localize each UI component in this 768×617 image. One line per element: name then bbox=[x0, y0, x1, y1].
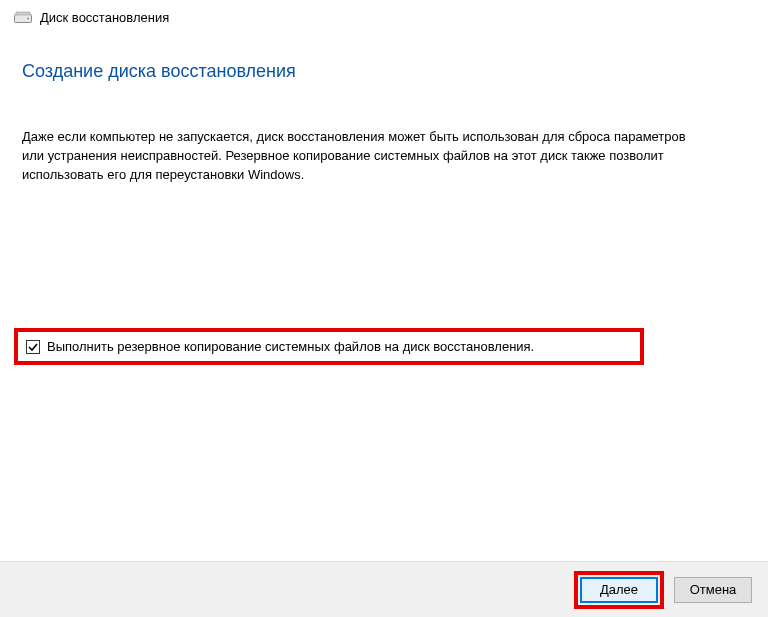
next-button-highlight: Далее bbox=[574, 571, 664, 609]
cancel-button[interactable]: Отмена bbox=[674, 577, 752, 603]
backup-checkbox-row[interactable]: Выполнить резервное копирование системны… bbox=[14, 328, 644, 365]
wizard-content: Создание диска восстановления Даже если … bbox=[0, 31, 768, 185]
page-heading: Создание диска восстановления bbox=[22, 61, 746, 82]
next-button[interactable]: Далее bbox=[580, 577, 658, 603]
svg-rect-1 bbox=[16, 12, 30, 15]
window-title: Диск восстановления bbox=[40, 10, 169, 25]
svg-point-2 bbox=[27, 17, 29, 19]
titlebar: Диск восстановления bbox=[0, 0, 768, 31]
page-description: Даже если компьютер не запускается, диск… bbox=[22, 128, 702, 185]
button-bar: Далее Отмена bbox=[0, 561, 768, 617]
backup-checkbox-label: Выполнить резервное копирование системны… bbox=[47, 339, 534, 354]
backup-checkbox[interactable] bbox=[26, 340, 40, 354]
drive-icon bbox=[14, 11, 32, 25]
